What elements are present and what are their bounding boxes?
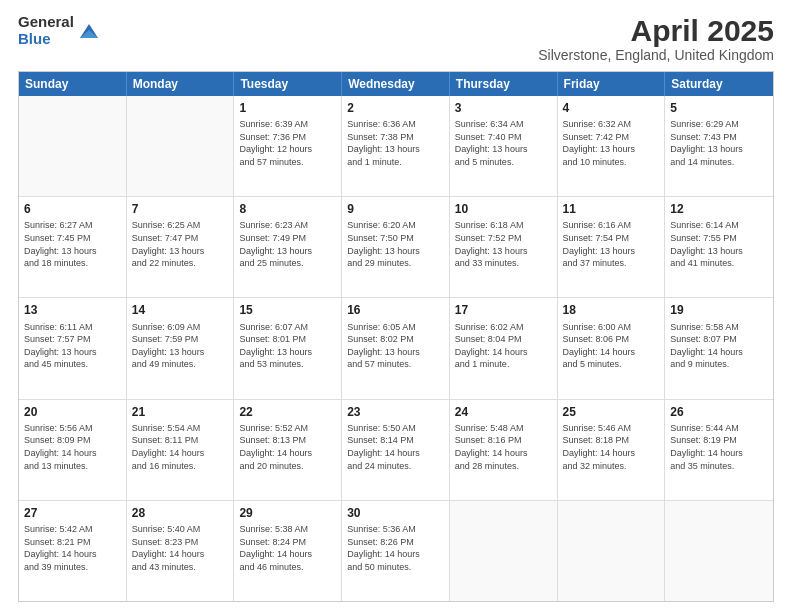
calendar-row: 27Sunrise: 5:42 AMSunset: 8:21 PMDayligh… [19, 501, 773, 601]
calendar-header-cell: Saturday [665, 72, 773, 96]
day-info: Sunrise: 6:34 AMSunset: 7:40 PMDaylight:… [455, 118, 552, 168]
day-info: Sunrise: 6:02 AMSunset: 8:04 PMDaylight:… [455, 321, 552, 371]
day-info: Sunrise: 6:18 AMSunset: 7:52 PMDaylight:… [455, 219, 552, 269]
calendar-header: SundayMondayTuesdayWednesdayThursdayFrid… [19, 72, 773, 96]
calendar-cell [665, 501, 773, 601]
day-info: Sunrise: 6:25 AMSunset: 7:47 PMDaylight:… [132, 219, 229, 269]
calendar-cell: 6Sunrise: 6:27 AMSunset: 7:45 PMDaylight… [19, 197, 127, 297]
day-info: Sunrise: 6:16 AMSunset: 7:54 PMDaylight:… [563, 219, 660, 269]
calendar-cell: 4Sunrise: 6:32 AMSunset: 7:42 PMDaylight… [558, 96, 666, 196]
calendar-cell: 9Sunrise: 6:20 AMSunset: 7:50 PMDaylight… [342, 197, 450, 297]
calendar-cell: 7Sunrise: 6:25 AMSunset: 7:47 PMDaylight… [127, 197, 235, 297]
day-info: Sunrise: 6:27 AMSunset: 7:45 PMDaylight:… [24, 219, 121, 269]
day-info: Sunrise: 5:54 AMSunset: 8:11 PMDaylight:… [132, 422, 229, 472]
day-info: Sunrise: 6:39 AMSunset: 7:36 PMDaylight:… [239, 118, 336, 168]
calendar-cell: 26Sunrise: 5:44 AMSunset: 8:19 PMDayligh… [665, 400, 773, 500]
logo-general: General [18, 14, 74, 31]
day-number: 1 [239, 100, 336, 116]
calendar-cell: 1Sunrise: 6:39 AMSunset: 7:36 PMDaylight… [234, 96, 342, 196]
calendar-cell: 25Sunrise: 5:46 AMSunset: 8:18 PMDayligh… [558, 400, 666, 500]
title-area: April 2025 Silverstone, England, United … [538, 14, 774, 63]
calendar-cell: 15Sunrise: 6:07 AMSunset: 8:01 PMDayligh… [234, 298, 342, 398]
calendar-header-cell: Tuesday [234, 72, 342, 96]
calendar-cell: 18Sunrise: 6:00 AMSunset: 8:06 PMDayligh… [558, 298, 666, 398]
calendar-cell: 22Sunrise: 5:52 AMSunset: 8:13 PMDayligh… [234, 400, 342, 500]
day-number: 12 [670, 201, 768, 217]
day-info: Sunrise: 5:36 AMSunset: 8:26 PMDaylight:… [347, 523, 444, 573]
day-info: Sunrise: 6:00 AMSunset: 8:06 PMDaylight:… [563, 321, 660, 371]
calendar-cell: 5Sunrise: 6:29 AMSunset: 7:43 PMDaylight… [665, 96, 773, 196]
calendar-cell: 13Sunrise: 6:11 AMSunset: 7:57 PMDayligh… [19, 298, 127, 398]
calendar-cell: 28Sunrise: 5:40 AMSunset: 8:23 PMDayligh… [127, 501, 235, 601]
header: General Blue April 2025 Silverstone, Eng… [18, 14, 774, 63]
day-info: Sunrise: 6:20 AMSunset: 7:50 PMDaylight:… [347, 219, 444, 269]
calendar-cell [19, 96, 127, 196]
day-info: Sunrise: 6:05 AMSunset: 8:02 PMDaylight:… [347, 321, 444, 371]
day-number: 21 [132, 404, 229, 420]
day-info: Sunrise: 6:11 AMSunset: 7:57 PMDaylight:… [24, 321, 121, 371]
day-number: 19 [670, 302, 768, 318]
logo-blue: Blue [18, 31, 74, 48]
calendar-cell [127, 96, 235, 196]
logo: General Blue [18, 14, 100, 47]
day-number: 24 [455, 404, 552, 420]
day-number: 4 [563, 100, 660, 116]
day-number: 2 [347, 100, 444, 116]
logo-icon [78, 20, 100, 42]
day-info: Sunrise: 6:07 AMSunset: 8:01 PMDaylight:… [239, 321, 336, 371]
calendar-cell: 8Sunrise: 6:23 AMSunset: 7:49 PMDaylight… [234, 197, 342, 297]
calendar-cell: 30Sunrise: 5:36 AMSunset: 8:26 PMDayligh… [342, 501, 450, 601]
calendar-header-cell: Thursday [450, 72, 558, 96]
calendar-cell: 27Sunrise: 5:42 AMSunset: 8:21 PMDayligh… [19, 501, 127, 601]
calendar-cell: 10Sunrise: 6:18 AMSunset: 7:52 PMDayligh… [450, 197, 558, 297]
calendar-cell: 14Sunrise: 6:09 AMSunset: 7:59 PMDayligh… [127, 298, 235, 398]
day-number: 18 [563, 302, 660, 318]
day-number: 25 [563, 404, 660, 420]
day-info: Sunrise: 5:52 AMSunset: 8:13 PMDaylight:… [239, 422, 336, 472]
day-number: 8 [239, 201, 336, 217]
calendar-cell [450, 501, 558, 601]
day-info: Sunrise: 5:46 AMSunset: 8:18 PMDaylight:… [563, 422, 660, 472]
day-number: 6 [24, 201, 121, 217]
calendar-header-cell: Wednesday [342, 72, 450, 96]
calendar-cell: 12Sunrise: 6:14 AMSunset: 7:55 PMDayligh… [665, 197, 773, 297]
calendar-row: 1Sunrise: 6:39 AMSunset: 7:36 PMDaylight… [19, 96, 773, 197]
calendar-row: 13Sunrise: 6:11 AMSunset: 7:57 PMDayligh… [19, 298, 773, 399]
day-number: 20 [24, 404, 121, 420]
day-info: Sunrise: 5:56 AMSunset: 8:09 PMDaylight:… [24, 422, 121, 472]
day-number: 27 [24, 505, 121, 521]
day-info: Sunrise: 6:23 AMSunset: 7:49 PMDaylight:… [239, 219, 336, 269]
calendar-cell: 23Sunrise: 5:50 AMSunset: 8:14 PMDayligh… [342, 400, 450, 500]
calendar-row: 20Sunrise: 5:56 AMSunset: 8:09 PMDayligh… [19, 400, 773, 501]
page: General Blue April 2025 Silverstone, Eng… [0, 0, 792, 612]
day-number: 10 [455, 201, 552, 217]
calendar-header-cell: Friday [558, 72, 666, 96]
day-number: 26 [670, 404, 768, 420]
day-number: 9 [347, 201, 444, 217]
day-number: 28 [132, 505, 229, 521]
main-title: April 2025 [538, 14, 774, 47]
calendar-cell: 2Sunrise: 6:36 AMSunset: 7:38 PMDaylight… [342, 96, 450, 196]
day-info: Sunrise: 5:50 AMSunset: 8:14 PMDaylight:… [347, 422, 444, 472]
calendar-cell: 19Sunrise: 5:58 AMSunset: 8:07 PMDayligh… [665, 298, 773, 398]
day-number: 3 [455, 100, 552, 116]
day-info: Sunrise: 5:42 AMSunset: 8:21 PMDaylight:… [24, 523, 121, 573]
calendar-cell: 11Sunrise: 6:16 AMSunset: 7:54 PMDayligh… [558, 197, 666, 297]
calendar-cell: 24Sunrise: 5:48 AMSunset: 8:16 PMDayligh… [450, 400, 558, 500]
day-info: Sunrise: 5:48 AMSunset: 8:16 PMDaylight:… [455, 422, 552, 472]
subtitle: Silverstone, England, United Kingdom [538, 47, 774, 63]
day-info: Sunrise: 6:09 AMSunset: 7:59 PMDaylight:… [132, 321, 229, 371]
calendar: SundayMondayTuesdayWednesdayThursdayFrid… [18, 71, 774, 602]
calendar-cell: 3Sunrise: 6:34 AMSunset: 7:40 PMDaylight… [450, 96, 558, 196]
day-number: 15 [239, 302, 336, 318]
day-number: 17 [455, 302, 552, 318]
calendar-row: 6Sunrise: 6:27 AMSunset: 7:45 PMDaylight… [19, 197, 773, 298]
day-number: 7 [132, 201, 229, 217]
calendar-cell: 29Sunrise: 5:38 AMSunset: 8:24 PMDayligh… [234, 501, 342, 601]
day-number: 22 [239, 404, 336, 420]
calendar-header-cell: Monday [127, 72, 235, 96]
calendar-cell [558, 501, 666, 601]
day-info: Sunrise: 6:32 AMSunset: 7:42 PMDaylight:… [563, 118, 660, 168]
calendar-header-cell: Sunday [19, 72, 127, 96]
day-info: Sunrise: 5:58 AMSunset: 8:07 PMDaylight:… [670, 321, 768, 371]
